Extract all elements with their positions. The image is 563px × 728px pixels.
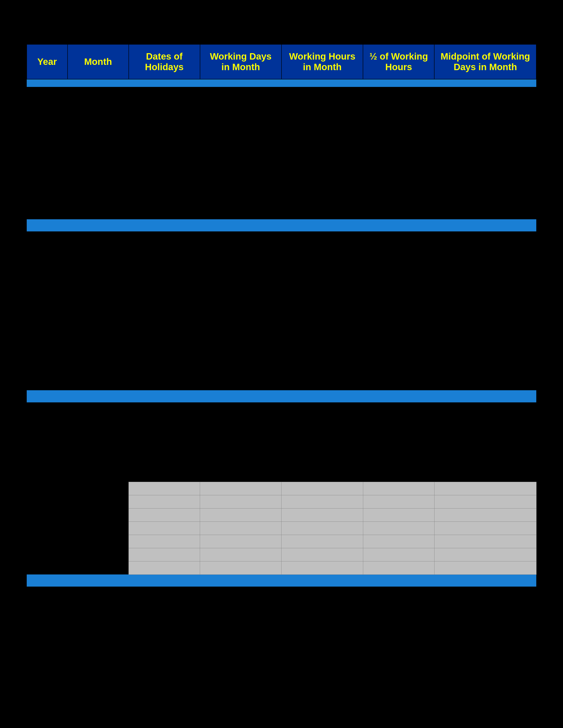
- col-working-days: Working Days in Month: [200, 44, 282, 79]
- black-cell-4: [27, 166, 536, 193]
- gray-cell-2-3: [282, 495, 363, 508]
- divider-cell-1: [27, 219, 536, 231]
- data-row-7: [27, 258, 536, 284]
- gray-cell-5-1: [129, 535, 200, 548]
- footer-row-3: [27, 631, 536, 653]
- footer-cell-3: [27, 631, 536, 653]
- col-half-hours: ½ of Working Hours: [363, 44, 434, 79]
- footer-cell-1: [27, 587, 536, 609]
- gray-cell-7-2: [200, 561, 282, 574]
- data-row-4: [27, 166, 536, 193]
- gray-cell-5-4: [363, 535, 434, 548]
- black-cell-2: [27, 113, 536, 140]
- gray-cell-6-1: [129, 548, 200, 561]
- gray-cell-4-2: [200, 522, 282, 535]
- left-black-4: [68, 495, 129, 508]
- header-row: Year Month Dates of Holidays Working Day…: [27, 44, 536, 79]
- footer-row-4: [27, 653, 536, 675]
- left-black-7: [27, 522, 68, 535]
- table-body: [27, 79, 536, 675]
- data-row-9: [27, 311, 536, 337]
- gray-cell-5-5: [434, 535, 536, 548]
- left-black-11: [27, 548, 68, 561]
- gray-cell-3-2: [200, 508, 282, 522]
- black-cell-1: [27, 87, 536, 113]
- footer-cell-2: [27, 609, 536, 631]
- gray-mixed-row-2: [27, 495, 536, 508]
- gray-cell-3-1: [129, 508, 200, 522]
- black-cell-10: [27, 337, 536, 364]
- gray-mixed-row-5: [27, 535, 536, 548]
- blue-cell-1: [27, 79, 536, 87]
- left-black-13: [27, 561, 68, 574]
- gray-cell-6-3: [282, 548, 363, 561]
- left-black-3: [27, 495, 68, 508]
- gray-cell-5-3: [282, 535, 363, 548]
- black-cell-12: [27, 402, 536, 429]
- gray-mixed-row-3: [27, 508, 536, 522]
- gray-cell-6-5: [434, 548, 536, 561]
- divider-row-1: [27, 219, 536, 231]
- gray-cell-7-1: [129, 561, 200, 574]
- left-black-2: [68, 482, 129, 495]
- divider-cell-3: [27, 574, 536, 587]
- data-row-11: [27, 364, 536, 390]
- gray-cell-2-4: [363, 495, 434, 508]
- black-cell-14: [27, 455, 536, 482]
- gray-cell-1-1: [129, 482, 200, 495]
- footer-row-1: [27, 587, 536, 609]
- col-month: Month: [68, 44, 129, 79]
- gray-cell-7-4: [363, 561, 434, 574]
- footer-row-2: [27, 609, 536, 631]
- gray-cell-1-2: [200, 482, 282, 495]
- gray-cell-6-2: [200, 548, 282, 561]
- data-row-10: [27, 337, 536, 364]
- col-working-hours: Working Hours in Month: [282, 44, 363, 79]
- black-cell-13: [27, 429, 536, 455]
- main-table: Year Month Dates of Holidays Working Day…: [26, 44, 537, 675]
- gray-cell-1-5: [434, 482, 536, 495]
- gray-cell-3-3: [282, 508, 363, 522]
- data-row-2: [27, 113, 536, 140]
- gray-mixed-row-4: [27, 522, 536, 535]
- divider-row-3: [27, 574, 536, 587]
- gray-mixed-row-7: [27, 561, 536, 574]
- black-cell-8: [27, 284, 536, 311]
- gray-mixed-row-1: [27, 482, 536, 495]
- gray-cell-4-5: [434, 522, 536, 535]
- left-black-5: [27, 508, 68, 522]
- left-black-10: [68, 535, 129, 548]
- gray-cell-4-4: [363, 522, 434, 535]
- gray-cell-2-2: [200, 495, 282, 508]
- col-year: Year: [27, 44, 68, 79]
- gray-cell-2-5: [434, 495, 536, 508]
- gray-cell-7-5: [434, 561, 536, 574]
- left-black-6: [68, 508, 129, 522]
- gray-cell-7-3: [282, 561, 363, 574]
- data-row-5: [27, 193, 536, 219]
- data-row-13: [27, 429, 536, 455]
- black-cell-7: [27, 258, 536, 284]
- blue-highlight-row-1: [27, 79, 536, 87]
- data-row-1: [27, 87, 536, 113]
- data-row-6: [27, 231, 536, 258]
- col-midpoint: Midpoint of Working Days in Month: [434, 44, 536, 79]
- gray-mixed-row-6: [27, 548, 536, 561]
- data-row-3: [27, 140, 536, 166]
- gray-cell-6-4: [363, 548, 434, 561]
- left-black-1: [27, 482, 68, 495]
- gray-cell-1-4: [363, 482, 434, 495]
- page-container: Year Month Dates of Holidays Working Day…: [0, 0, 563, 728]
- left-black-12: [68, 548, 129, 561]
- left-black-14: [68, 561, 129, 574]
- gray-cell-3-5: [434, 508, 536, 522]
- data-row-12: [27, 402, 536, 429]
- gray-cell-4-3: [282, 522, 363, 535]
- table-section: Year Month Dates of Holidays Working Day…: [26, 44, 537, 675]
- black-cell-6: [27, 231, 536, 258]
- gray-cell-3-4: [363, 508, 434, 522]
- black-cell-3: [27, 140, 536, 166]
- divider-row-2: [27, 390, 536, 402]
- black-cell-5: [27, 193, 536, 219]
- data-row-14: [27, 455, 536, 482]
